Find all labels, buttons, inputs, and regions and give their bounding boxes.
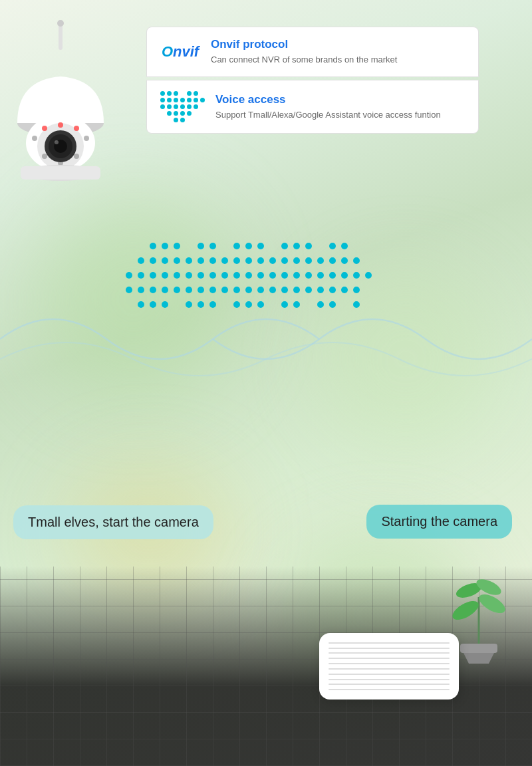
svg-point-90	[329, 287, 336, 293]
voice-dot	[187, 98, 192, 102]
svg-point-35	[162, 257, 168, 264]
svg-point-72	[365, 272, 372, 279]
svg-point-58	[198, 272, 204, 279]
svg-point-39	[209, 257, 216, 264]
voice-dot	[187, 111, 192, 116]
svg-point-109	[450, 597, 481, 623]
speaker-line	[329, 658, 450, 659]
svg-point-78	[186, 287, 192, 293]
camera-svg	[0, 20, 126, 193]
svg-point-61	[233, 272, 240, 279]
svg-point-63	[257, 272, 264, 279]
svg-point-25	[233, 243, 240, 249]
svg-point-105	[329, 301, 336, 308]
svg-point-53	[138, 272, 144, 279]
svg-point-49	[329, 257, 336, 264]
voice-dot	[167, 111, 172, 116]
svg-point-103	[293, 301, 300, 308]
svg-point-45	[281, 257, 288, 264]
svg-point-22	[174, 243, 180, 249]
speaker-line	[329, 679, 450, 680]
svg-point-93	[138, 301, 144, 308]
speaker-line	[329, 689, 450, 690]
svg-point-26	[245, 243, 252, 249]
voice-dot	[174, 111, 178, 116]
svg-point-48	[317, 257, 324, 264]
svg-point-11	[74, 154, 79, 159]
voice-dot	[194, 91, 198, 96]
voice-dot	[160, 91, 165, 96]
svg-point-96	[186, 301, 192, 308]
speech-bubble-left: Tmall elves, start the camera	[13, 505, 213, 539]
svg-point-12	[42, 154, 47, 159]
voice-dot	[167, 104, 172, 109]
svg-point-52	[126, 272, 132, 279]
voice-dot	[180, 118, 185, 122]
svg-point-60	[221, 272, 228, 279]
svg-point-84	[257, 287, 264, 293]
svg-rect-19	[21, 166, 100, 180]
voice-dot	[187, 104, 192, 109]
svg-point-77	[174, 287, 180, 293]
voice-dot	[160, 104, 165, 109]
svg-point-59	[209, 272, 216, 279]
svg-point-41	[233, 257, 240, 264]
svg-point-74	[138, 287, 144, 293]
svg-point-31	[329, 243, 336, 249]
svg-point-9	[42, 126, 47, 131]
voice-dot	[174, 118, 178, 122]
voice-dot	[174, 98, 178, 102]
svg-point-37	[186, 257, 192, 264]
speaker-line	[329, 652, 450, 654]
bubble-right-text: Starting the camera	[381, 514, 497, 529]
voice-dot	[174, 91, 178, 96]
svg-point-79	[198, 287, 204, 293]
voice-description: Support Tmall/Alexa/Google Assistant voi…	[215, 109, 441, 121]
svg-point-85	[269, 287, 276, 293]
svg-point-73	[126, 287, 132, 293]
svg-point-70	[341, 272, 348, 279]
svg-point-80	[209, 287, 216, 293]
speaker-line	[329, 663, 450, 664]
svg-point-17	[55, 140, 59, 144]
onvif-card: Onvif Onvif protocol Can connect NVR of …	[146, 27, 479, 77]
speaker-line	[329, 668, 450, 670]
svg-point-67	[305, 272, 312, 279]
svg-point-6	[58, 122, 63, 128]
svg-point-87	[293, 287, 300, 293]
voice-dot	[167, 91, 172, 96]
svg-point-57	[186, 272, 192, 279]
svg-point-44	[269, 257, 276, 264]
voice-icon	[160, 91, 205, 122]
speaker-line	[329, 674, 450, 675]
svg-rect-107	[460, 644, 497, 653]
svg-point-55	[162, 272, 168, 279]
svg-point-46	[293, 257, 300, 264]
svg-point-100	[245, 301, 252, 308]
voice-dot	[194, 104, 198, 109]
svg-point-97	[198, 301, 204, 308]
svg-point-65	[281, 272, 288, 279]
dot-matrix-pattern	[93, 233, 386, 355]
svg-point-50	[341, 257, 348, 264]
bubble-left-text: Tmall elves, start the camera	[28, 515, 199, 529]
svg-point-33	[138, 257, 144, 264]
svg-point-62	[245, 272, 252, 279]
svg-point-88	[305, 287, 312, 293]
voice-dot	[160, 98, 165, 102]
svg-point-92	[353, 287, 360, 293]
svg-point-64	[269, 272, 276, 279]
dot-matrix-svg	[93, 233, 386, 352]
svg-point-24	[209, 243, 216, 249]
onvif-description: Can connect NVR of some brands on the ma…	[211, 54, 397, 66]
svg-point-68	[317, 272, 324, 279]
svg-point-54	[150, 272, 156, 279]
svg-point-95	[162, 301, 168, 308]
svg-point-8	[84, 136, 89, 141]
svg-point-43	[257, 257, 264, 264]
svg-point-7	[74, 126, 79, 131]
svg-point-91	[341, 287, 348, 293]
svg-point-20	[150, 243, 156, 249]
svg-point-69	[329, 272, 336, 279]
voice-card: Voice access Support Tmall/Alexa/Google …	[146, 80, 479, 134]
